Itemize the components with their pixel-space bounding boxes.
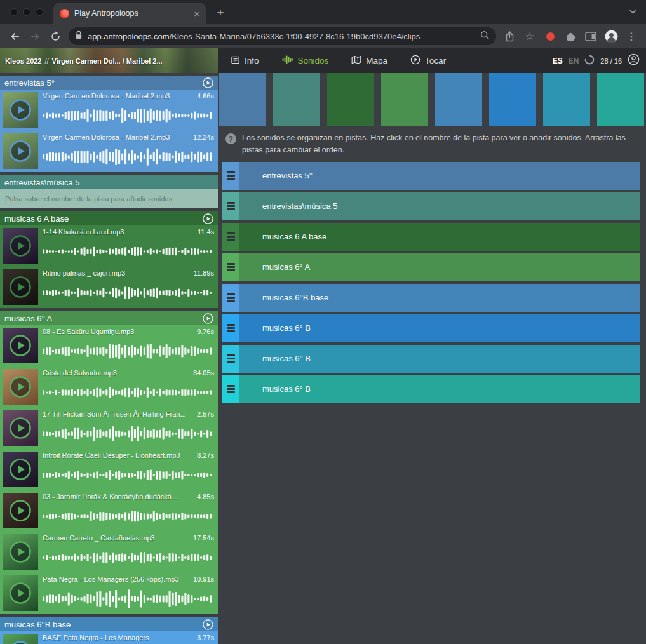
track-name-button[interactable]: musicas 6 A base: [239, 223, 640, 251]
clip-item[interactable]: BASE Pata Negra - Los Managers3.77s: [0, 631, 218, 644]
track-header[interactable]: musicas 6°B base: [0, 617, 218, 631]
nav-sonidos[interactable]: Sonidos: [282, 55, 329, 66]
track-header[interactable]: entrevistas\música 5: [0, 175, 218, 189]
clip-play-overlay-icon[interactable]: [3, 634, 38, 644]
clip-item[interactable]: Ritmo palmas _ cajón.mp311.89s: [0, 267, 218, 308]
clip-thumbnail: [3, 452, 38, 487]
clip-item[interactable]: Introit Rorate Caeli Desuper - Lionheart…: [0, 449, 218, 490]
track-row[interactable]: musicas 6° B: [222, 375, 640, 403]
browser-window: Play Antropoloops × + app.antropoloops.c…: [0, 0, 646, 644]
track-swatch[interactable]: [219, 73, 266, 126]
track-name-button[interactable]: musicas 6° B: [239, 314, 640, 342]
track-drag-handle[interactable]: [222, 284, 239, 312]
clip-play-overlay-icon[interactable]: [3, 575, 38, 611]
clip-play-overlay-icon[interactable]: [3, 369, 38, 405]
track-row[interactable]: musicas 6°B base: [222, 284, 640, 312]
track-swatch[interactable]: [543, 73, 590, 126]
track-name-button[interactable]: musicas 6° B: [239, 375, 640, 403]
nav-info[interactable]: Info: [231, 55, 259, 67]
track-drag-handle[interactable]: [222, 223, 239, 251]
track-row[interactable]: musicas 6 A base: [222, 223, 640, 251]
track-header[interactable]: musicas 6 A base: [0, 211, 218, 225]
breadcrumb-project[interactable]: Kleos 2022: [5, 57, 41, 65]
track-play-button[interactable]: [203, 213, 213, 224]
clip-play-overlay-icon[interactable]: [3, 410, 38, 446]
track-name-button[interactable]: musicas 6° A: [239, 253, 640, 281]
track-drag-handle[interactable]: [222, 314, 239, 342]
track-drag-handle[interactable]: [222, 162, 239, 190]
track-swatch[interactable]: [273, 73, 320, 126]
back-button[interactable]: [5, 27, 24, 46]
clip-waveform: [41, 339, 214, 364]
bookmark-star-icon[interactable]: ☆: [520, 27, 539, 46]
breadcrumb[interactable]: Kleos 2022 // Virgen Carmen Dol... / Mar…: [0, 48, 218, 73]
extensions-puzzle-icon[interactable]: [561, 27, 580, 46]
lang-es-button[interactable]: ES: [553, 57, 563, 65]
track-name-button[interactable]: entrevistas 5°: [239, 162, 640, 190]
track-title: musicas 6 A base: [4, 214, 69, 224]
track-row[interactable]: musicas 6° A: [222, 253, 640, 281]
side-panel-icon[interactable]: [581, 27, 600, 46]
track-row[interactable]: musicas 6° B: [222, 345, 640, 373]
clip-item[interactable]: Carmen Carreto _ Castañuelas.mp317.54s: [0, 532, 218, 573]
profile-avatar[interactable]: [602, 27, 621, 46]
clip-item[interactable]: Cristo del Salvador.mp334.05s: [0, 366, 218, 408]
reload-button[interactable]: [46, 27, 65, 46]
track-header[interactable]: musicas 6° A: [0, 311, 218, 325]
map-icon: [351, 55, 361, 67]
track-name-button[interactable]: musicas 6°B base: [239, 284, 640, 312]
track-header[interactable]: entrevistas 5°: [0, 76, 218, 90]
clip-item[interactable]: 08 - Es Sakūru Uguntiņu.mp39.76s: [0, 325, 218, 366]
track-name-button[interactable]: musicas 6° B: [239, 345, 640, 373]
account-icon[interactable]: [628, 53, 640, 68]
track-drag-handle[interactable]: [222, 375, 239, 403]
track-play-button[interactable]: [203, 619, 213, 630]
track-row[interactable]: musicas 6° B: [222, 314, 640, 342]
browser-tab[interactable]: Play Antropoloops ×: [53, 3, 206, 24]
track-row[interactable]: entrevistas 5°: [222, 162, 640, 190]
clip-play-overlay-icon[interactable]: [3, 269, 38, 305]
clip-item[interactable]: 03 - Jaromír Horák & Konrádyho dudácká .…: [0, 490, 218, 532]
track-name-button[interactable]: entrevistas\música 5: [239, 192, 640, 220]
nav-tocar[interactable]: Tocar: [410, 55, 446, 67]
track-swatch[interactable]: [597, 73, 644, 126]
track-drag-handle[interactable]: [222, 192, 239, 220]
clip-item[interactable]: 17 Till Flickan Som Är Tusen År-Halling …: [0, 408, 218, 449]
lang-en-button[interactable]: EN: [569, 57, 579, 65]
track-row[interactable]: entrevistas\música 5: [222, 192, 640, 220]
forward-button[interactable]: [25, 27, 44, 46]
tab-search-chevron-icon[interactable]: [629, 6, 637, 17]
track-swatch[interactable]: [327, 73, 374, 126]
nav-mapa[interactable]: Mapa: [351, 55, 387, 67]
record-extension-icon[interactable]: [541, 27, 560, 46]
clip-item[interactable]: Pata Negra - Los Managers (256 kbps).mp3…: [0, 573, 218, 614]
track-drag-handle[interactable]: [222, 253, 239, 281]
window-close-button[interactable]: [10, 8, 18, 16]
clip-item[interactable]: Virgen Carmen Dolorosa - Maribel 2.mp312…: [0, 131, 218, 172]
track-swatch[interactable]: [435, 73, 482, 126]
new-tab-button[interactable]: +: [212, 6, 229, 20]
track-swatch[interactable]: [489, 73, 536, 126]
clip-item[interactable]: Virgen Carmen Dolorosa - Maribel 2.mp34.…: [0, 90, 218, 131]
waveform-icon: [282, 55, 293, 66]
clip-play-overlay-icon[interactable]: [3, 133, 38, 169]
window-minimize-button[interactable]: [23, 8, 30, 16]
track-drag-handle[interactable]: [222, 345, 239, 373]
clip-play-overlay-icon[interactable]: [3, 452, 38, 487]
window-zoom-button[interactable]: [36, 8, 43, 16]
browser-menu-icon[interactable]: ⋮: [622, 27, 641, 46]
clip-play-overlay-icon[interactable]: [3, 534, 38, 570]
clip-item[interactable]: 1-14 Khakasian Land.mp311.4s: [0, 225, 218, 267]
track-play-button[interactable]: [203, 77, 213, 88]
share-icon[interactable]: [500, 27, 519, 46]
track-swatch[interactable]: [381, 73, 428, 126]
url-text[interactable]: app.antropoloops.com/Kleos-Santa-Marina/…: [88, 32, 475, 41]
zoom-icon[interactable]: [480, 30, 490, 43]
tab-close-icon[interactable]: ×: [192, 9, 201, 18]
track-play-button[interactable]: [203, 313, 213, 324]
clip-play-overlay-icon[interactable]: [3, 493, 38, 528]
clip-play-overlay-icon[interactable]: [3, 228, 38, 264]
address-bar[interactable]: app.antropoloops.com/Kleos-Santa-Marina/…: [69, 27, 496, 45]
clip-play-overlay-icon[interactable]: [3, 328, 38, 363]
clip-play-overlay-icon[interactable]: [3, 92, 38, 128]
